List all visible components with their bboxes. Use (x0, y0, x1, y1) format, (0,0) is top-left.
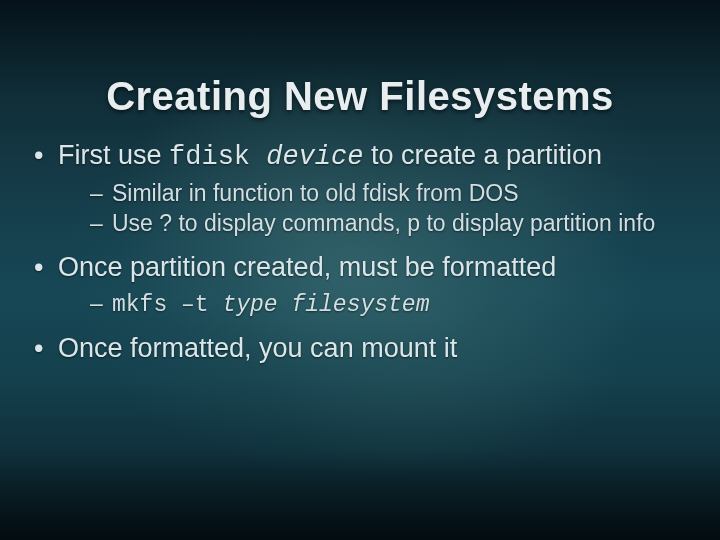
sub-bullet: Use ? to display commands, p to display … (90, 209, 696, 238)
bullet-3: Once formatted, you can mount it (28, 331, 696, 366)
sub-list-2: mkfs –t type filesystem (58, 289, 696, 320)
bullet-2: Once partition created, must be formatte… (28, 250, 696, 319)
slide-body: First use fdisk device to create a parti… (28, 138, 696, 372)
sub-bullet: mkfs –t type filesystem (90, 289, 696, 320)
sub-bullet: Similar in function to old fdisk from DO… (90, 179, 696, 208)
text: to create a partition (363, 140, 602, 170)
text: First use (58, 140, 169, 170)
slide: Creating New Filesystems First use fdisk… (0, 0, 720, 540)
code-arg-type-fs: type filesystem (222, 292, 429, 318)
code-arg-device: device (266, 142, 363, 172)
code-mkfs: mkfs –t (112, 292, 222, 318)
bullet-1: First use fdisk device to create a parti… (28, 138, 696, 238)
text: Once partition created, must be formatte… (58, 252, 556, 282)
bullet-list: First use fdisk device to create a parti… (28, 138, 696, 366)
sub-list-1: Similar in function to old fdisk from DO… (58, 179, 696, 239)
slide-title: Creating New Filesystems (0, 74, 720, 119)
text: Once formatted, you can mount it (58, 333, 457, 363)
code-fdisk: fdisk (169, 142, 266, 172)
